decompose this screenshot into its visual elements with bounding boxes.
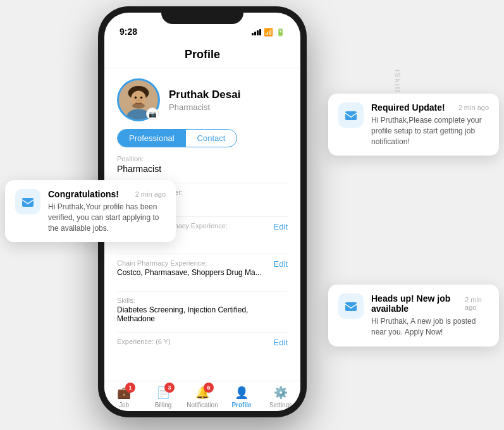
position-field: Position: Pharmacist: [117, 155, 288, 174]
required-title: Required Update!: [371, 102, 445, 113]
notification-badge: 6: [204, 383, 214, 393]
congrats-title: Congratulations!: [48, 189, 119, 199]
job-badge: 1: [125, 383, 135, 393]
required-icon: [338, 102, 364, 128]
svg-point-6: [140, 97, 143, 99]
divider4: [117, 291, 288, 292]
divider3: [117, 254, 288, 254]
app-header: Profile: [104, 40, 300, 68]
headsup-icon: [338, 293, 364, 319]
page-title: Profile: [185, 48, 220, 61]
nav-profile[interactable]: 👤 Profile: [222, 385, 261, 408]
signal-icon: [252, 29, 261, 35]
status-time: 9:28: [120, 27, 137, 37]
headsup-content: Heads up! New job available 2 min ago Hi…: [371, 293, 489, 338]
headsup-time: 2 min ago: [465, 296, 489, 311]
scene: 9:28 📶 🔋 Profile: [0, 0, 504, 430]
profile-name: Pruthak Desai: [169, 89, 288, 101]
chain-field: Chain Pharmacy Experience: Costco, Pharm…: [117, 259, 274, 277]
profile-info: Pruthak Desai Pharmacist: [169, 89, 288, 112]
position-value: Pharmacist: [117, 164, 288, 174]
divider5: [117, 332, 288, 333]
nav-notification-label: Notification: [187, 402, 218, 408]
position-label: Position:: [117, 155, 288, 163]
chain-edit-button[interactable]: Edit: [274, 259, 288, 269]
experience-row: Experience: (6 Y) Edit: [117, 338, 288, 347]
camera-icon[interactable]: 📷: [146, 108, 159, 120]
profile-tabs: Professional Contact: [117, 129, 237, 147]
chain-label: Chain Pharmacy Experience:: [117, 259, 274, 267]
tab-professional[interactable]: Professional: [118, 130, 186, 147]
notif-required-card: Required Update! 2 min ago Hi Pruthak,Pl…: [328, 94, 499, 156]
billing-badge: 3: [164, 383, 175, 393]
nav-billing-label: Billing: [155, 402, 172, 408]
congrats-body: Hi Pruthak,Your profile has been verifie…: [48, 202, 166, 233]
svg-point-7: [137, 100, 140, 102]
svg-point-8: [132, 103, 145, 109]
chain-row: Chain Pharmacy Experience: Costco, Pharm…: [117, 259, 288, 286]
notif-headsup-card: Heads up! New job available 2 min ago Hi…: [328, 285, 499, 347]
required-body: Hi Pruthak,Please complete your profile …: [371, 115, 489, 147]
bottom-nav: 💼 1 Job 📄 3 Billing 🔔: [104, 381, 300, 411]
experience-edit-button[interactable]: Edit: [274, 338, 288, 347]
avatar-container: 📷: [117, 78, 160, 121]
notch: [161, 6, 243, 24]
nav-job-icon-wrap: 💼 1: [115, 385, 133, 400]
battery-icon: 🔋: [276, 28, 285, 37]
headsup-title: Heads up! New job available: [371, 293, 465, 314]
required-content: Required Update! 2 min ago Hi Pruthak,Pl…: [371, 102, 489, 147]
nav-notification[interactable]: 🔔 6 Notification: [183, 385, 222, 408]
congrats-content: Congratulations! 2 min ago Hi Pruthak,Yo…: [48, 189, 166, 233]
skills-field: Skills: Diabetes Screening, Injection Ce…: [117, 297, 288, 323]
nav-billing-icon-wrap: 📄 3: [154, 385, 172, 400]
nav-job[interactable]: 💼 1 Job: [104, 385, 144, 408]
congrats-time: 2 min ago: [135, 190, 166, 198]
nav-profile-label: Profile: [231, 402, 251, 408]
wifi-icon: 📶: [264, 28, 273, 37]
required-time: 2 min ago: [458, 104, 489, 111]
notif-congrats-card: Congratulations! 2 min ago Hi Pruthak,Yo…: [5, 180, 176, 242]
nav-settings-icon-wrap: ⚙️: [272, 385, 290, 400]
experience-label: Experience: (6 Y): [117, 338, 171, 345]
svg-point-5: [135, 97, 137, 99]
congrats-icon: [15, 189, 40, 214]
profile-role: Pharmacist: [169, 102, 288, 112]
headsup-body: Hi Pruthak, A new job is posted near you…: [371, 316, 489, 338]
profile-section: 📷 Pruthak Desai Pharmacist: [104, 68, 300, 129]
nav-billing[interactable]: 📄 3 Billing: [144, 385, 183, 408]
nav-notification-icon-wrap: 🔔 6: [194, 385, 211, 400]
nav-settings[interactable]: ⚙️ Settings: [261, 385, 300, 408]
nav-job-label: Job: [119, 402, 129, 408]
pharmacy-edit-button[interactable]: Edit: [274, 222, 288, 231]
svg-rect-10: [22, 198, 34, 207]
nav-profile-icon-wrap: 👤: [233, 385, 250, 400]
svg-rect-12: [345, 302, 357, 311]
settings-icon: ⚙️: [274, 386, 288, 400]
profile-nav-icon: 👤: [235, 386, 249, 400]
watermark: iSkill: [394, 70, 402, 94]
chain-value: Costco, Pharmasave, Shoppers Drug Ma...: [117, 268, 274, 277]
tab-contact[interactable]: Contact: [186, 130, 237, 147]
skills-label: Skills:: [117, 297, 288, 304]
skills-value: Diabetes Screening, Injection Certified,…: [117, 305, 288, 323]
svg-rect-11: [345, 111, 357, 120]
nav-settings-label: Settings: [269, 402, 292, 408]
status-icons: 📶 🔋: [252, 28, 285, 37]
